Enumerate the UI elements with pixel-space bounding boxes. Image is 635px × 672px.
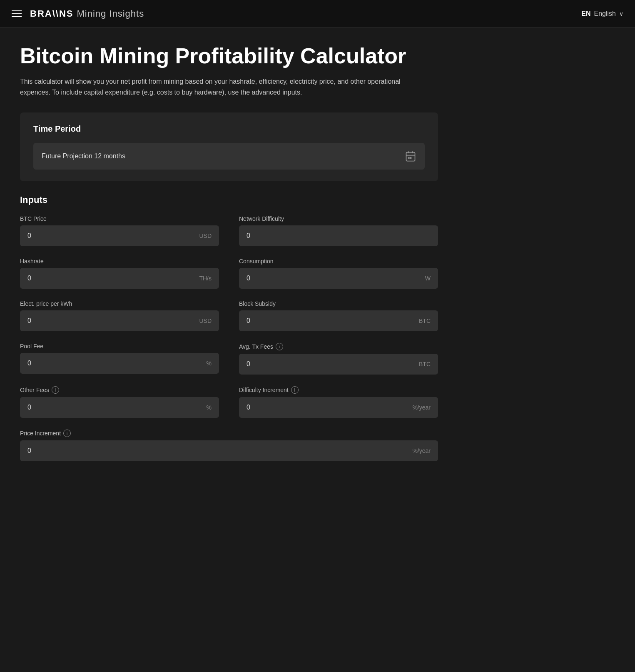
input-wrapper-elec-price: USD: [20, 310, 219, 331]
page-title: Bitcoin Mining Profitability Calculator: [20, 44, 438, 68]
input-group-block-subsidy: Block SubsidyBTC: [239, 300, 438, 331]
input-group-btc-price: BTC PriceUSD: [20, 215, 219, 246]
time-period-value: Future Projection 12 months: [42, 152, 125, 160]
logo-subtitle: Mining Insights: [77, 8, 144, 19]
input-group-network-difficulty: Network Difficulty: [239, 215, 438, 246]
label-network-difficulty: Network Difficulty: [239, 215, 438, 222]
svg-rect-0: [406, 152, 415, 161]
input-group-hashrate: HashrateTH/s: [20, 258, 219, 289]
unit-pool-fee: %: [199, 360, 219, 367]
input-wrapper-network-difficulty: [239, 225, 438, 246]
calendar-icon: [405, 150, 416, 162]
input-wrapper-avg-tx-fees: BTC: [239, 354, 438, 375]
info-icon-price-increment[interactable]: i: [63, 430, 71, 437]
info-icon-difficulty-increment[interactable]: i: [291, 386, 299, 394]
input-block-subsidy[interactable]: [239, 310, 411, 331]
language-code: EN: [581, 10, 590, 17]
input-group-pool-fee: Pool Fee%: [20, 343, 219, 375]
info-icon-avg-tx-fees[interactable]: i: [276, 343, 283, 350]
label-block-subsidy: Block Subsidy: [239, 300, 438, 307]
unit-price-increment: %/year: [405, 447, 438, 454]
input-group-avg-tx-fees: Avg. Tx FeesiBTC: [239, 343, 438, 375]
input-elec-price[interactable]: [20, 310, 192, 331]
label-other-fees: Other Feesi: [20, 386, 219, 394]
input-wrapper-difficulty-increment: %/year: [239, 397, 438, 418]
logo: BRA\\NSMining Insights: [30, 8, 144, 19]
logo-brand: BRA\\NS: [30, 8, 73, 19]
label-btc-price: BTC Price: [20, 215, 219, 222]
info-icon-other-fees[interactable]: i: [52, 386, 59, 394]
unit-other-fees: %: [199, 404, 219, 411]
time-period-section: Time Period Future Projection 12 months: [20, 112, 438, 181]
input-wrapper-hashrate: TH/s: [20, 268, 219, 289]
time-period-selector[interactable]: Future Projection 12 months: [33, 143, 425, 170]
unit-block-subsidy: BTC: [411, 317, 438, 324]
unit-elec-price: USD: [192, 317, 219, 324]
input-group-difficulty-increment: Difficulty Incrementi%/year: [239, 386, 438, 418]
input-avg-tx-fees[interactable]: [239, 354, 411, 375]
inputs-grid: BTC PriceUSDNetwork DifficultyHashrateTH…: [20, 215, 438, 461]
unit-difficulty-increment: %/year: [405, 404, 438, 411]
language-name: English: [594, 10, 616, 17]
input-hashrate[interactable]: [20, 268, 192, 289]
input-wrapper-consumption: W: [239, 268, 438, 289]
input-btc-price[interactable]: [20, 225, 192, 246]
unit-consumption: W: [418, 275, 438, 282]
input-group-price-increment: Price Incrementi%/year: [20, 430, 438, 461]
input-other-fees[interactable]: [20, 397, 199, 418]
svg-rect-5: [410, 157, 412, 159]
input-wrapper-block-subsidy: BTC: [239, 310, 438, 331]
label-avg-tx-fees: Avg. Tx Feesi: [239, 343, 438, 350]
label-price-increment: Price Incrementi: [20, 430, 438, 437]
input-group-consumption: ConsumptionW: [239, 258, 438, 289]
input-network-difficulty[interactable]: [239, 225, 438, 246]
chevron-down-icon: ∨: [619, 10, 623, 17]
input-difficulty-increment[interactable]: [239, 397, 405, 418]
input-wrapper-other-fees: %: [20, 397, 219, 418]
language-selector[interactable]: EN English ∨: [581, 10, 623, 17]
input-consumption[interactable]: [239, 268, 418, 289]
inputs-section: Inputs BTC PriceUSDNetwork DifficultyHas…: [20, 195, 438, 461]
unit-avg-tx-fees: BTC: [411, 361, 438, 367]
navbar: BRA\\NSMining Insights EN English ∨: [0, 0, 635, 27]
label-hashrate: Hashrate: [20, 258, 219, 265]
hamburger-menu-button[interactable]: [12, 10, 22, 17]
inputs-title: Inputs: [20, 195, 438, 205]
page-description: This calculator will show you your net p…: [20, 76, 416, 97]
unit-hashrate: TH/s: [192, 275, 219, 282]
input-wrapper-pool-fee: %: [20, 353, 219, 374]
input-group-elec-price: Elect. price per kWhUSD: [20, 300, 219, 331]
unit-btc-price: USD: [192, 232, 219, 239]
label-pool-fee: Pool Fee: [20, 343, 219, 350]
main-content: Bitcoin Mining Profitability Calculator …: [0, 27, 458, 478]
navbar-left: BRA\\NSMining Insights: [12, 8, 144, 19]
label-elec-price: Elect. price per kWh: [20, 300, 219, 307]
time-period-title: Time Period: [33, 124, 425, 134]
input-wrapper-btc-price: USD: [20, 225, 219, 246]
input-wrapper-price-increment: %/year: [20, 440, 438, 461]
svg-rect-4: [408, 157, 410, 159]
label-consumption: Consumption: [239, 258, 438, 265]
input-price-increment[interactable]: [20, 440, 405, 461]
input-pool-fee[interactable]: [20, 353, 199, 374]
label-difficulty-increment: Difficulty Incrementi: [239, 386, 438, 394]
input-group-other-fees: Other Feesi%: [20, 386, 219, 418]
